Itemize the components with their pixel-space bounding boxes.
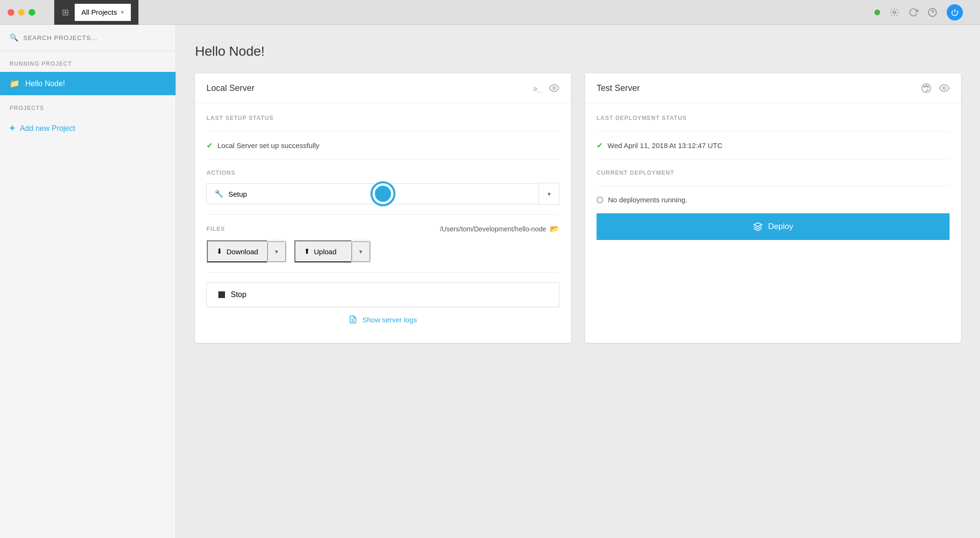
chevron-down-icon: ▾ [548, 190, 551, 198]
sidebar: 🔍 RUNNING PROJECT 📁 Hello Node! PROJECTS… [0, 25, 176, 538]
deployment-date-text: Wed April 11, 2018 At 13:12:47 UTC [608, 141, 723, 149]
folder-browse-icon[interactable]: 📂 [550, 224, 559, 233]
files-label: FILES [206, 226, 225, 232]
svg-point-8 [924, 86, 925, 88]
svg-point-4 [553, 87, 556, 90]
deployment-check-icon: ✔ [597, 141, 603, 150]
stop-button[interactable]: Stop [206, 282, 559, 307]
palette-button[interactable] [921, 83, 931, 93]
download-dropdown-button[interactable]: ▾ [267, 241, 286, 262]
setup-status-row: ✔ Local Server set up successfully [206, 141, 559, 150]
local-server-title: Local Server [206, 83, 533, 93]
download-label: Download [226, 248, 258, 256]
project-selector[interactable]: All Projects ▾ [75, 4, 131, 21]
minimize-button[interactable] [18, 9, 25, 16]
local-server-panel: Local Server ≥_ [195, 73, 571, 343]
files-row: FILES /Users/tom/Development/hello-node … [206, 224, 559, 233]
upload-dropdown-button[interactable]: ▾ [352, 241, 370, 262]
logs-icon [349, 315, 357, 324]
deploy-label: Deploy [768, 222, 794, 231]
deploy-icon [753, 222, 763, 231]
refresh-button[interactable] [909, 8, 918, 17]
running-section-label: RUNNING PROJECT [0, 51, 176, 72]
titlebar-right [874, 4, 972, 20]
last-setup-label: LAST SETUP STATUS [206, 115, 559, 121]
help-button[interactable] [928, 8, 937, 17]
show-logs-button[interactable]: Show server logs [206, 307, 559, 331]
app-body: 🔍 RUNNING PROJECT 📁 Hello Node! PROJECTS… [0, 25, 980, 538]
upload-button[interactable]: ⬆ Upload [294, 240, 352, 262]
check-icon: ✔ [206, 141, 213, 150]
test-preview-button[interactable] [939, 83, 950, 93]
settings-button[interactable] [890, 8, 899, 17]
download-button[interactable]: ⬇ Download [207, 240, 267, 262]
wrench-icon: 🔧 [215, 189, 224, 198]
search-input[interactable] [23, 34, 166, 41]
projects-section-label: PROJECTS [0, 95, 176, 116]
terminal-icon: ≥_ [533, 84, 541, 93]
current-deployment-row: No deployments running. [597, 196, 950, 204]
titlebar: ⊞ All Projects ▾ [0, 0, 980, 25]
terminal-button[interactable]: ≥_ [533, 84, 541, 93]
preview-button[interactable] [549, 83, 559, 93]
test-server-header: Test Server [585, 73, 961, 103]
test-server-body: LAST DEPLOYMENT STATUS ✔ Wed April 11, 2… [585, 103, 961, 251]
file-btn-group: ⬇ Download ▾ ⬆ Upload [206, 240, 559, 263]
svg-point-10 [927, 86, 929, 88]
chevron-down-icon: ▾ [359, 248, 363, 255]
panel-header-icons: ≥_ [533, 83, 559, 93]
svg-point-9 [926, 85, 927, 87]
setup-button[interactable]: 🔧 Setup [206, 183, 539, 204]
current-deployment-label: CURRENT DEPLOYMENT [597, 169, 950, 176]
sidebar-item-hello-node[interactable]: 📁 Hello Node! [0, 72, 176, 95]
setup-row: 🔧 Setup ▾ [206, 183, 559, 205]
stop-label: Stop [231, 290, 246, 299]
add-project-label: Add new Project [20, 124, 76, 133]
upload-label: Upload [314, 248, 337, 256]
deploy-button[interactable]: Deploy [597, 213, 950, 240]
panels-row: Local Server ≥_ [195, 73, 961, 343]
add-project-button[interactable]: + Add new Project [0, 116, 176, 140]
download-icon: ⬇ [216, 247, 223, 256]
svg-point-11 [943, 87, 946, 90]
upload-icon: ⬆ [304, 247, 310, 256]
last-deployment-label: LAST DEPLOYMENT STATUS [597, 115, 950, 121]
nav-icon: ⊞ [62, 7, 69, 18]
titlebar-nav: ⊞ All Projects ▾ [54, 0, 138, 25]
setup-dropdown-button[interactable]: ▾ [539, 183, 559, 205]
traffic-lights [8, 9, 35, 16]
folder-icon: 📁 [10, 79, 20, 89]
setup-status-text: Local Server set up successfully [217, 141, 319, 149]
test-server-title: Test Server [597, 83, 921, 93]
upload-btn-group: ⬆ Upload ▾ [294, 240, 371, 263]
project-selector-label: All Projects [81, 8, 117, 16]
maximize-button[interactable] [29, 9, 35, 16]
local-server-body: LAST SETUP STATUS ✔ Local Server set up … [195, 103, 571, 343]
power-button[interactable] [947, 4, 963, 20]
show-logs-label: Show server logs [362, 316, 417, 324]
test-panel-header-icons [921, 83, 950, 93]
setup-btn-label: Setup [228, 190, 247, 198]
search-icon: 🔍 [10, 33, 19, 42]
chevron-down-icon: ▾ [121, 9, 124, 16]
page-title: Hello Node! [195, 44, 961, 59]
close-button[interactable] [8, 9, 14, 16]
no-deployments-text: No deployments running. [608, 196, 687, 204]
test-server-panel: Test Server [585, 73, 961, 343]
download-btn-group: ⬇ Download ▾ [206, 240, 286, 263]
stop-icon [218, 291, 225, 298]
status-indicator [874, 10, 880, 15]
plus-icon: + [10, 123, 15, 134]
content-area: Hello Node! Local Server ≥_ [176, 25, 980, 538]
deployment-status-row: ✔ Wed April 11, 2018 At 13:12:47 UTC [597, 141, 950, 150]
search-area: 🔍 [0, 25, 176, 51]
chevron-down-icon: ▾ [275, 248, 278, 255]
circle-icon [597, 197, 603, 203]
sidebar-item-label: Hello Node! [25, 80, 65, 88]
svg-point-0 [893, 11, 896, 13]
local-server-header: Local Server ≥_ [195, 73, 571, 103]
files-path: /Users/tom/Development/hello-node [233, 225, 546, 233]
actions-label: ACTIONS [206, 169, 559, 176]
